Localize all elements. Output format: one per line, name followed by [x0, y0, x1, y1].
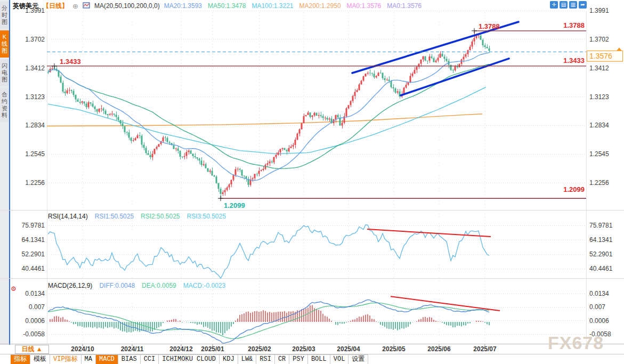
y-axis-label: 1.2545 — [589, 150, 609, 158]
candle — [393, 87, 394, 88]
candle — [126, 132, 128, 133]
candle — [416, 67, 418, 70]
candle — [94, 107, 96, 109]
chart-canvas[interactable]: 1.39911.39911.37021.37021.34121.34121.31… — [0, 0, 624, 364]
rsi-legend-value: RSI1:50.5025 — [95, 213, 134, 220]
toolbar-button-VOL[interactable]: VOL — [330, 355, 349, 364]
candle — [312, 116, 313, 117]
candle — [143, 144, 145, 148]
candle — [73, 91, 75, 95]
candle — [235, 169, 237, 175]
candle — [269, 161, 271, 163]
candle — [120, 120, 121, 123]
candle — [69, 90, 70, 91]
toolbar-button-指标[interactable]: 指标 — [11, 355, 30, 364]
rsi-trendline[interactable] — [367, 229, 491, 237]
indicator-toolbar: 指标模板VIP指标MAMACDBIASCCIICHIMOKU CLOUDKDJL… — [11, 354, 368, 364]
candle — [429, 56, 431, 61]
toolbar-button-CCI[interactable]: CCI — [141, 355, 159, 364]
x-axis-label: 2024/10 — [71, 345, 94, 353]
y-axis-label: 0.0134 — [25, 290, 45, 297]
candle — [256, 174, 258, 174]
toolbar-button-LW&[interactable]: LW& — [238, 355, 257, 364]
toolbar-button-VIP指标[interactable]: VIP指标 — [50, 355, 82, 364]
candle — [335, 115, 337, 119]
toolbar-button-PSY[interactable]: PSY — [289, 355, 308, 364]
toolbar-button-BOLL[interactable]: BOLL — [308, 355, 330, 364]
toolbar-button-KDJ[interactable]: KDJ — [220, 355, 238, 364]
candle — [197, 157, 198, 159]
candle — [122, 124, 124, 126]
y-axis-label: 52.2901 — [22, 250, 45, 258]
candle — [474, 38, 475, 42]
candle — [452, 70, 454, 70]
toolbar-button-RSI[interactable]: RSI — [256, 355, 275, 364]
candle — [67, 91, 68, 93]
macd-legend: MACD(26,12,9) DIFF:0.0048DEA:0.0059MACD:… — [48, 282, 225, 289]
toolbar-button-MA[interactable]: MA — [82, 355, 96, 364]
candle — [114, 114, 115, 115]
toolbar-button-CR[interactable]: CR — [275, 355, 289, 364]
candle — [352, 96, 354, 101]
toolbar-button-ICHIMOKU CLOUD[interactable]: ICHIMOKU CLOUD — [159, 355, 220, 364]
candle — [177, 148, 179, 151]
candle — [173, 145, 175, 149]
candle — [252, 179, 254, 180]
candle — [461, 59, 463, 63]
candle — [158, 144, 160, 147]
candle — [192, 153, 194, 156]
chart-app: 分时图K线图闪电图合约资料 1.39911.39911.37021.37021.… — [0, 0, 624, 364]
x-axis-label: 2024/11 — [121, 345, 144, 353]
y-axis-label: 1.3702 — [25, 36, 45, 43]
rsi-name: RSI(14,14,14) — [48, 213, 88, 220]
candle — [239, 169, 241, 170]
candle — [165, 137, 166, 138]
ma-legend-value: MA50:1.3478 — [208, 2, 246, 10]
candle — [412, 74, 414, 76]
y-axis-label: 1.2834 — [589, 122, 609, 129]
trend-channel-line[interactable] — [401, 59, 509, 95]
x-axis-label: 2025/06 — [427, 345, 451, 353]
move-crosshair-icon[interactable]: ✛ — [550, 1, 558, 9]
y-axis-label: 64.1341 — [22, 236, 45, 244]
candle — [322, 116, 324, 118]
period-selector-button[interactable]: 日线 ▲ — [15, 345, 49, 354]
x-axis-label: 2025/05 — [382, 345, 406, 353]
rsi-legend: RSI(14,14,14) RSI1:50.5025RSI2:50.5025RS… — [48, 213, 226, 220]
candle — [363, 76, 364, 80]
candle — [184, 156, 185, 157]
candle — [82, 101, 83, 102]
rsi-legend-value: RSI3:50.5025 — [187, 213, 226, 220]
price-level-label: 1.2099 — [224, 201, 245, 209]
pop-out-icon[interactable]: ➦ — [579, 1, 587, 9]
candle — [244, 176, 245, 176]
rsi-legend-value: RSI2:50.5025 — [141, 213, 180, 220]
candle — [348, 105, 350, 108]
toolbar-button-设置[interactable]: 设置 — [349, 355, 368, 364]
toolbar-button-MACD[interactable]: MACD — [96, 355, 118, 364]
candle — [442, 54, 443, 56]
fit-chart-icon[interactable]: ▤ — [560, 1, 568, 9]
candle — [254, 174, 256, 178]
rsi-values: RSI1:50.5025RSI2:50.5025RSI3:50.5025 — [95, 213, 226, 220]
candle — [186, 152, 188, 156]
toolbar-button-模板[interactable]: 模板 — [30, 355, 50, 364]
y-axis-label: 75.9781 — [22, 222, 45, 229]
candle — [139, 135, 141, 136]
candle — [457, 67, 458, 68]
indicator-settings-icon[interactable]: ⚙ — [11, 285, 17, 293]
candle — [459, 64, 460, 68]
candle — [427, 61, 428, 61]
candle — [282, 148, 283, 149]
candle — [261, 170, 262, 171]
candle — [435, 61, 437, 62]
candle — [131, 137, 132, 141]
y-axis-label: 0.0006 — [25, 317, 45, 325]
candle — [380, 73, 382, 74]
toolbar-button-BIAS[interactable]: BIAS — [118, 355, 141, 364]
candle — [233, 175, 234, 180]
candle — [469, 46, 471, 50]
zoom-chart-icon[interactable]: ▥ — [569, 1, 577, 9]
expand-icon[interactable]: ⊕ — [72, 2, 78, 10]
candle — [154, 149, 156, 154]
